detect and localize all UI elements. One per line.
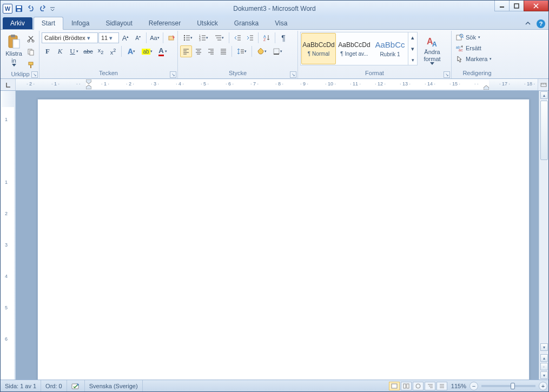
font-launcher[interactable]: ↘ [170,71,176,78]
superscript-button[interactable]: x2 [107,45,119,57]
view-draft[interactable] [436,382,447,390]
horizontal-ruler[interactable]: · 2 ·· 1 ·· ·· 1 ·· 2 ·· 3 ·· 4 ·· 5 ·· … [16,79,538,90]
font-color-button[interactable]: A▾ [155,45,170,57]
zoom-level[interactable]: 115% [451,383,466,389]
bold-button[interactable]: F [42,45,54,57]
tab-utskick[interactable]: Utskick [189,17,226,29]
tab-start[interactable]: Start [34,17,63,30]
copy-button[interactable] [25,46,37,58]
view-print-layout[interactable] [389,382,400,390]
replace-label: Ersätt [466,45,481,51]
svg-rect-4 [514,4,519,8]
language-status[interactable]: Svenska (Sverige) [85,380,143,391]
help-button[interactable]: ? [537,19,545,28]
browse-object-button[interactable]: ◦ [540,363,548,370]
font-name-combo[interactable]: Calibri (Brödtex▾ [42,32,98,43]
paste-button[interactable]: Klistra in [4,32,24,69]
shrink-font-button[interactable]: A▾ [132,32,144,44]
page-status[interactable]: Sida: 1 av 1 [1,380,41,391]
sort-button[interactable]: AZ [261,32,273,44]
zoom-in-button[interactable]: + [539,382,547,390]
scroll-down-button[interactable]: ▾ [540,343,548,351]
ribbon-tabs: Arkiv Start Infoga Sidlayout Referenser … [1,16,548,29]
browse-next-button[interactable]: ▾ [540,371,548,379]
italic-button[interactable]: K [54,45,66,57]
word-app-icon[interactable]: W [3,4,12,14]
zoom-out-button[interactable]: − [469,382,478,390]
change-styles-button[interactable]: AA Ändra format [419,32,446,69]
multilevel-list-button[interactable]: ▾ [211,32,227,44]
view-full-screen[interactable] [401,382,412,390]
change-case-button[interactable]: Aa▾ [149,32,161,44]
view-outline[interactable] [425,382,435,390]
qat-customize-button[interactable] [49,3,56,14]
align-left-button[interactable] [180,45,192,57]
page[interactable] [37,99,530,380]
line-spacing-button[interactable]: ▾ [234,45,249,57]
style-heading1[interactable]: AaBbCc Rubrik 1 [373,33,407,64]
bullets-button[interactable]: ▾ [180,32,195,44]
file-tab[interactable]: Arkiv [3,17,32,29]
subscript-button[interactable]: x2 [95,45,107,57]
browse-prev-button[interactable]: ▴ [540,354,548,362]
find-button[interactable]: Sök▾ [454,32,482,43]
format-painter-button[interactable] [25,59,37,71]
title-bar: W Dokument3 - Microsoft Word [1,1,548,16]
clear-formatting-button[interactable] [166,32,177,44]
font-size-value: 11 [101,35,108,41]
paragraph-launcher[interactable]: ↘ [290,71,296,78]
styles-launcher[interactable]: ↘ [444,71,450,78]
scroll-thumb[interactable] [540,101,548,160]
tab-selector[interactable] [1,79,16,90]
borders-button[interactable]: ▾ [270,45,285,57]
styles-row-up[interactable]: ▴ [408,32,417,43]
view-web-layout[interactable] [413,382,424,390]
align-center-button[interactable] [193,45,204,57]
document-canvas[interactable] [16,91,539,380]
undo-button[interactable] [25,3,36,14]
vertical-ruler[interactable]: 21123456 [1,91,16,380]
svg-rect-11 [30,50,34,55]
tab-referenser[interactable]: Referenser [141,17,189,29]
replace-button[interactable]: abac Ersätt [454,43,484,54]
styles-row-down[interactable]: ▾ [408,44,417,54]
scroll-up-button[interactable]: ▴ [540,91,548,99]
word-count[interactable]: Ord: 0 [41,380,67,391]
proofing-status[interactable] [67,380,85,391]
status-bar: Sida: 1 av 1 Ord: 0 Svenska (Sverige) 11… [1,380,548,391]
styles-expand[interactable]: ▾ [408,55,417,65]
horizontal-ruler-row: · 2 ·· 1 ·· ·· 1 ·· 2 ·· 3 ·· 4 ·· 5 ·· … [1,79,548,91]
decrease-indent-button[interactable] [231,32,243,44]
redo-button[interactable] [37,3,48,14]
underline-button[interactable]: U▾ [67,45,82,57]
minimize-button[interactable] [494,1,510,11]
zoom-slider[interactable] [481,385,535,387]
save-button[interactable] [14,3,24,14]
tab-visa[interactable]: Visa [267,17,295,29]
highlight-button[interactable]: ab▾ [140,45,155,57]
numbering-button[interactable]: 123▾ [196,32,211,44]
ruler-toggle-button[interactable] [538,79,548,90]
text-effects-button[interactable]: A▾ [124,45,139,57]
show-marks-button[interactable]: ¶ [277,32,289,44]
shading-button[interactable]: ▾ [254,45,269,57]
tab-infoga[interactable]: Infoga [63,17,97,29]
cut-button[interactable] [25,33,37,45]
style-no-spacing[interactable]: AaBbCcDd ¶ Inget av... [337,33,372,64]
strikethrough-button[interactable]: abc [82,45,94,57]
align-right-button[interactable] [205,45,217,57]
minimize-ribbon-button[interactable] [522,18,533,29]
style-normal[interactable]: AaBbCcDd ¶ Normal [301,33,336,64]
justify-button[interactable] [217,45,229,57]
vertical-scrollbar[interactable]: ▴ ▾ ▴ ◦ ▾ [539,91,548,380]
tab-sidlayout[interactable]: Sidlayout [97,17,140,29]
font-size-combo[interactable]: 11▾ [98,32,119,43]
clipboard-launcher[interactable]: ↘ [31,71,38,78]
tab-granska[interactable]: Granska [226,17,267,29]
increase-indent-button[interactable] [244,32,256,44]
maximize-button[interactable] [509,1,524,11]
close-button[interactable] [524,1,548,11]
grow-font-button[interactable]: A▴ [120,32,131,44]
find-label: Sök [466,34,476,41]
select-button[interactable]: Markera▾ [454,54,494,64]
